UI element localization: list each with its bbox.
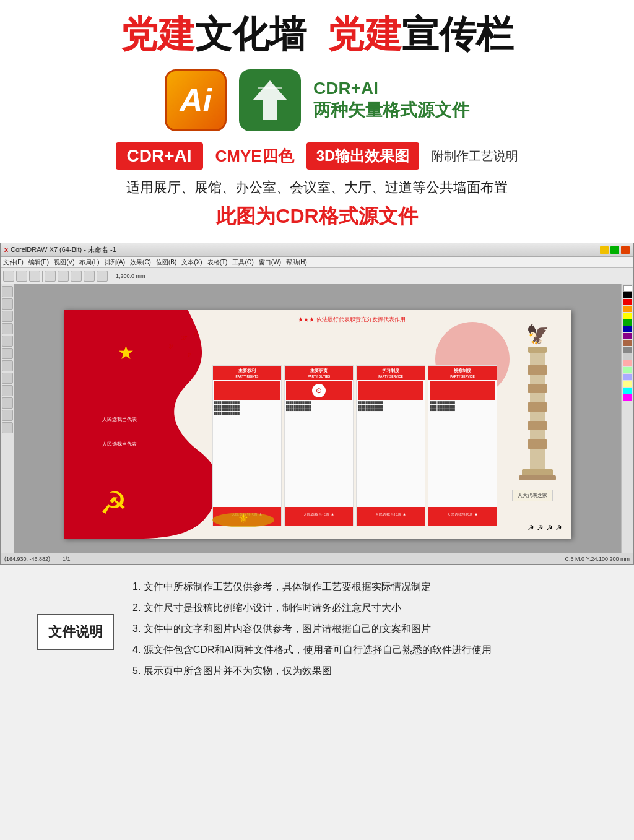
emblem-4: ☭ bbox=[555, 524, 562, 532]
bird-1: 🕊 bbox=[181, 334, 188, 341]
tool-table[interactable] bbox=[2, 397, 13, 409]
file-label-box: 文件说明 bbox=[37, 614, 114, 650]
statusbar-coords: (164.930, -46.882) bbox=[4, 556, 50, 562]
swatch-lightred[interactable] bbox=[623, 360, 632, 366]
toolbar-btn-3[interactable] bbox=[29, 271, 40, 282]
swatch-green[interactable] bbox=[623, 319, 632, 326]
swatch-red[interactable] bbox=[623, 299, 632, 305]
note-2: 2. 文件尺寸是投稿比例缩小设计，制作时请务必注意尺寸大小 bbox=[132, 600, 597, 615]
swatch-orange[interactable] bbox=[623, 306, 632, 312]
menu-bitmap[interactable]: 位图(B) bbox=[156, 258, 176, 267]
close-button[interactable] bbox=[621, 246, 630, 254]
badge-note: 附制作工艺说明 bbox=[432, 148, 518, 165]
toolbar-btn-1[interactable] bbox=[3, 271, 14, 282]
panel-1: 主要权利PARTY RIGHTS ████ ██████████ ████ ██… bbox=[212, 365, 282, 526]
bird-3: 🕊 bbox=[194, 331, 198, 336]
tool-zoom[interactable] bbox=[2, 311, 13, 322]
toolbar-btn-6[interactable] bbox=[71, 271, 82, 282]
title-dangJian1: 党建 bbox=[121, 14, 195, 55]
menu-layout[interactable]: 布局(L) bbox=[79, 258, 99, 267]
format-line1: CDR+AI bbox=[313, 79, 469, 98]
tool-ellipse[interactable] bbox=[2, 360, 13, 371]
birds-area: 🕊 🕊 🕊 🕊 bbox=[157, 328, 206, 390]
cdr-menu: 文件(F) 编辑(E) 视图(V) 布局(L) 排列(A) 效果(C) 位图(B… bbox=[1, 257, 633, 268]
swatch-cyan[interactable] bbox=[623, 388, 632, 394]
swatch-black[interactable] bbox=[623, 292, 632, 298]
menu-file[interactable]: 文件(F) bbox=[3, 258, 24, 267]
tool-fill[interactable] bbox=[2, 410, 13, 421]
menu-arrange[interactable]: 排列(A) bbox=[105, 258, 125, 267]
panel-1-header: 主要权利PARTY RIGHTS bbox=[213, 366, 281, 380]
note-4: 4. 源文件包含CDR和AI两种文件格式，使用者可自行选择自己熟悉的软件进行使用 bbox=[132, 643, 597, 657]
design-star-text: ★★★ 依法履行代表职责充分发挥代表作用 bbox=[298, 316, 406, 323]
cdr-canvas: 人民选我当代表 人民选我当代表 ★ ☭ 🕊 🕊 🕊 🕊 bbox=[64, 310, 571, 539]
cdr-toolbar: 1,200.0 mm bbox=[1, 268, 633, 284]
tool-smart-draw[interactable] bbox=[2, 336, 13, 347]
panel-4-header: 视察制度PARTY SERVICE bbox=[428, 366, 497, 380]
swatch-blue[interactable] bbox=[623, 326, 632, 332]
cdr-left-tools bbox=[1, 284, 14, 564]
swatch-lightgray[interactable] bbox=[623, 353, 632, 360]
cdr-titlebar: X CorelDRAW X7 (64-Bit) - 未命名 -1 bbox=[1, 243, 633, 257]
swatch-brown[interactable] bbox=[623, 340, 632, 346]
tool-rect[interactable] bbox=[2, 348, 13, 359]
cdr-statusbar: (164.930, -46.882) 1/1 C:5 M:0 Y:24.100 … bbox=[1, 553, 633, 564]
swatch-yellow[interactable] bbox=[623, 313, 632, 319]
cdr-canvas-area[interactable]: 人民选我当代表 人民选我当代表 ★ ☭ 🕊 🕊 🕊 🕊 bbox=[14, 284, 621, 564]
toolbar-btn-8[interactable] bbox=[97, 271, 108, 282]
swatch-lightyellow[interactable] bbox=[623, 381, 632, 387]
menu-table[interactable]: 表格(T) bbox=[207, 258, 228, 267]
maximize-button[interactable] bbox=[610, 246, 619, 254]
menu-view[interactable]: 视图(V) bbox=[54, 258, 74, 267]
badge-cmye: CMYE四色 bbox=[215, 145, 294, 167]
tool-polygon[interactable] bbox=[2, 373, 13, 384]
swatch-magenta[interactable] bbox=[623, 394, 632, 401]
cdr-app-icon: X bbox=[4, 247, 8, 253]
title-culture: 文化墙 bbox=[195, 14, 306, 55]
tool-select[interactable] bbox=[2, 286, 13, 297]
swatch-white[interactable] bbox=[623, 285, 632, 292]
swatch-lightgreen[interactable] bbox=[623, 367, 632, 373]
pagoda-svg: 🦅 bbox=[506, 316, 568, 501]
panel-1-content: ████ ██████████ ████ ██████████ ████ ███… bbox=[213, 380, 281, 507]
subtitle: 适用展厅、展馆、办公室、会议室、大厅、过道等公共墙面布置 bbox=[19, 178, 615, 197]
panel-2-header: 主要职责PARTY DUTIES bbox=[285, 366, 353, 380]
swatch-purple[interactable] bbox=[623, 333, 632, 339]
panel-3-footer: 人民选我当代表 ★ bbox=[357, 507, 425, 526]
svg-text:☭: ☭ bbox=[100, 486, 128, 521]
menu-effects[interactable]: 效果(C) bbox=[130, 258, 151, 267]
minimize-button[interactable] bbox=[600, 246, 609, 254]
svg-rect-9 bbox=[528, 347, 547, 353]
svg-rect-11 bbox=[528, 384, 547, 393]
menu-tools[interactable]: 工具(O) bbox=[232, 258, 253, 267]
tool-text[interactable] bbox=[2, 385, 13, 396]
cdr-right-panel bbox=[621, 284, 633, 564]
panel-3: 学习制度PARTY SERVICE ████ ██████████ ████ █… bbox=[356, 365, 425, 526]
swatch-gray[interactable] bbox=[623, 347, 632, 353]
title-dangJian2: 党建 bbox=[328, 14, 402, 55]
panel-4: 视察制度PARTY SERVICE ████ ██████████ ████ █… bbox=[428, 365, 497, 526]
design-top-text: ★★★ 依法履行代表职责充分发挥代表作用 bbox=[212, 316, 491, 324]
tool-node[interactable] bbox=[2, 298, 13, 310]
menu-window[interactable]: 窗口(W) bbox=[259, 258, 281, 267]
menu-text[interactable]: 文本(X) bbox=[181, 258, 202, 267]
tool-freehand[interactable] bbox=[2, 323, 13, 334]
panel-2-footer: 人民选我当代表 ★ bbox=[285, 507, 353, 526]
menu-edit[interactable]: 编辑(E) bbox=[28, 258, 49, 267]
cdr-title: CorelDRAW X7 (64-Bit) - 未命名 -1 bbox=[11, 245, 116, 254]
toolbar-btn-7[interactable] bbox=[84, 271, 95, 282]
swatch-lightblue[interactable] bbox=[623, 374, 632, 380]
panel-4-footer: 人民选我当代表 ★ bbox=[428, 507, 497, 526]
toolbar-btn-5[interactable] bbox=[58, 271, 69, 282]
toolbar-btn-4[interactable] bbox=[45, 271, 56, 282]
top-section: 党建文化墙 党建宣传栏 Ai CDR+AI 两种矢量格式源文件 CDR+AI C… bbox=[0, 0, 634, 243]
tool-outline[interactable] bbox=[2, 422, 13, 433]
svg-rect-14 bbox=[528, 439, 547, 449]
note-1: 1. 文件中所标制作工艺仅供参考，具体制作工艺要根据实际情况制定 bbox=[132, 579, 597, 594]
panel-3-content: ████ ██████████ ████ ██████████ ████ ███… bbox=[357, 380, 425, 507]
badge-row: CDR+AI CMYE四色 3D输出效果图 附制作工艺说明 bbox=[19, 142, 615, 170]
toolbar-btn-2[interactable] bbox=[16, 271, 27, 282]
name-plate: 人大代表之家 bbox=[512, 490, 553, 501]
win-controls bbox=[600, 246, 630, 254]
menu-help[interactable]: 帮助(H) bbox=[286, 258, 307, 267]
